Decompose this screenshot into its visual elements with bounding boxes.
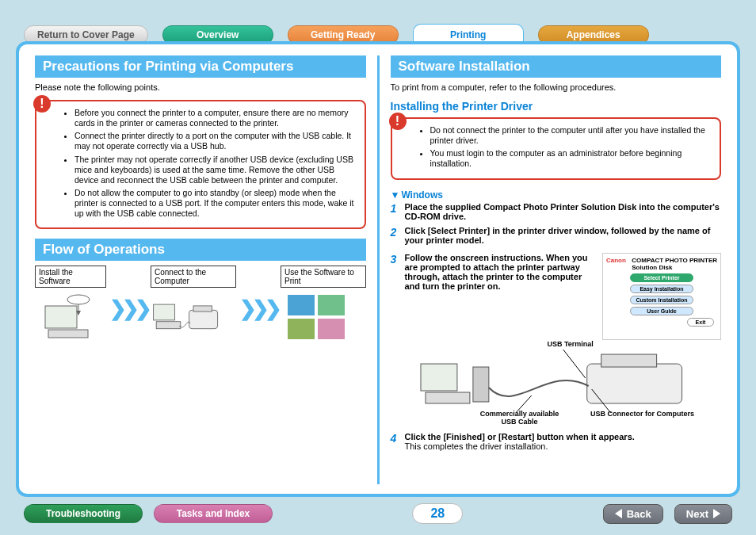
disk-select-printer-button: Select Printer (630, 273, 693, 282)
heading-precautions: Precautions for Printing via Computers (35, 55, 366, 78)
disk-subtitle: Solution Disk (632, 264, 672, 271)
svg-rect-10 (288, 319, 315, 339)
label-usb-connector: USB Connector for Computers (579, 410, 706, 418)
left-column: Precautions for Printing via Computers P… (35, 55, 366, 484)
bottom-bar: Troubleshooting Tasks and Index 28 Back … (0, 503, 756, 524)
triangle-left-icon (615, 509, 622, 518)
step-4-text: Click the [Finished] or [Restart] button… (405, 432, 635, 441)
triangle-right-icon (713, 509, 720, 518)
svg-rect-7 (193, 306, 212, 311)
disk-brand: Canon (606, 257, 626, 271)
flow-step-2-image (151, 288, 222, 351)
driver-warning-box: ! Do not connect the printer to the comp… (391, 117, 722, 180)
right-column: Software Installation To print from a co… (391, 55, 722, 484)
svg-rect-13 (425, 392, 469, 403)
precautions-warning-box: ! Before you connect the printer to a co… (35, 100, 366, 229)
tasks-index-button[interactable]: Tasks and Index (154, 504, 273, 523)
precaution-item: The printer may not operate correctly if… (74, 155, 355, 185)
svg-rect-1 (48, 330, 88, 338)
chevron-icon: ❯❯❯ (239, 296, 277, 321)
flow-step-3-image (281, 288, 352, 351)
next-label: Next (686, 508, 708, 520)
driver-warn-item: You must login to the computer as an adm… (430, 148, 711, 169)
back-button[interactable]: Back (603, 504, 663, 524)
disk-exit-button: Exit (687, 318, 714, 327)
disk-custom-install-button: Custom Installation (630, 296, 693, 304)
svg-rect-14 (472, 367, 488, 402)
label-usb-cable: Commercially available USB Cable (476, 410, 563, 426)
step-2: Click [Select Printer] in the printer dr… (391, 226, 722, 248)
flow-step-1-label: Install the Software (35, 266, 106, 288)
driver-warn-item: Do not connect the printer to the comput… (430, 125, 711, 146)
step-1: Place the supplied Compact Photo Printer… (391, 202, 722, 221)
step-4: Click the [Finished] or [Restart] button… (391, 432, 722, 451)
step-3: Follow the onscreen instructions. When y… (391, 253, 722, 427)
svg-rect-4 (154, 304, 175, 320)
step-4-note: This completes the driver installation. (405, 441, 722, 451)
label-usb-terminal: USB Terminal (548, 340, 594, 348)
next-button[interactable]: Next (674, 504, 732, 524)
install-steps: Place the supplied Compact Photo Printer… (391, 202, 722, 451)
svg-line-17 (563, 350, 585, 378)
page-number: 28 (412, 503, 463, 524)
precaution-item: Before you connect the printer to a comp… (74, 108, 355, 128)
precaution-item: Connect the printer directly to a port o… (74, 131, 355, 151)
warning-icon: ! (33, 95, 51, 113)
svg-rect-11 (318, 319, 345, 339)
step-2-text: Click [Select Printer] in the printer dr… (405, 226, 711, 245)
chevron-icon: ❯❯❯ (109, 296, 147, 321)
heading-flow: Flow of Operations (35, 239, 366, 261)
column-divider (377, 55, 380, 484)
precaution-item: Do not allow the computer to go into sta… (74, 188, 355, 219)
solution-disk-window: Canon COMPACT PHOTO PRINTER Solution Dis… (602, 253, 721, 340)
disk-title-b: PRINTER (689, 257, 717, 264)
software-intro: To print from a computer, refer to the f… (391, 82, 722, 92)
page-card: Precautions for Printing via Computers P… (16, 41, 740, 497)
svg-point-2 (67, 295, 90, 304)
svg-rect-15 (586, 364, 682, 403)
svg-rect-5 (156, 322, 181, 329)
flow-step-3-label: Use the Software to Print (281, 266, 366, 288)
svg-rect-8 (288, 295, 315, 315)
flow-step-1-image (35, 288, 106, 351)
svg-rect-0 (45, 306, 77, 328)
disk-title-a: COMPACT PHOTO (632, 257, 687, 264)
troubleshooting-button[interactable]: Troubleshooting (24, 504, 143, 523)
step-3-text: Follow the onscreen instructions. When y… (405, 253, 597, 291)
svg-rect-16 (601, 354, 656, 367)
svg-rect-6 (189, 311, 218, 329)
subheading-installing-driver: Installing the Printer Driver (391, 100, 722, 113)
flow-step-2-label: Connect to the Computer (151, 266, 236, 288)
precautions-intro: Please note the following points. (35, 82, 366, 92)
svg-rect-12 (420, 364, 456, 391)
heading-software: Software Installation (391, 55, 722, 78)
flow-row: Install the Software ❯❯❯ Connect to the … (35, 266, 366, 351)
svg-rect-9 (318, 295, 345, 315)
warning-icon: ! (389, 113, 407, 130)
disk-easy-install-button: Easy Installation (630, 285, 693, 293)
connection-diagram: USB Terminal Commercially available USB … (405, 340, 722, 427)
os-heading-windows: Windows (391, 189, 722, 201)
back-label: Back (627, 508, 651, 520)
disk-user-guide-button: User Guide (630, 307, 693, 315)
